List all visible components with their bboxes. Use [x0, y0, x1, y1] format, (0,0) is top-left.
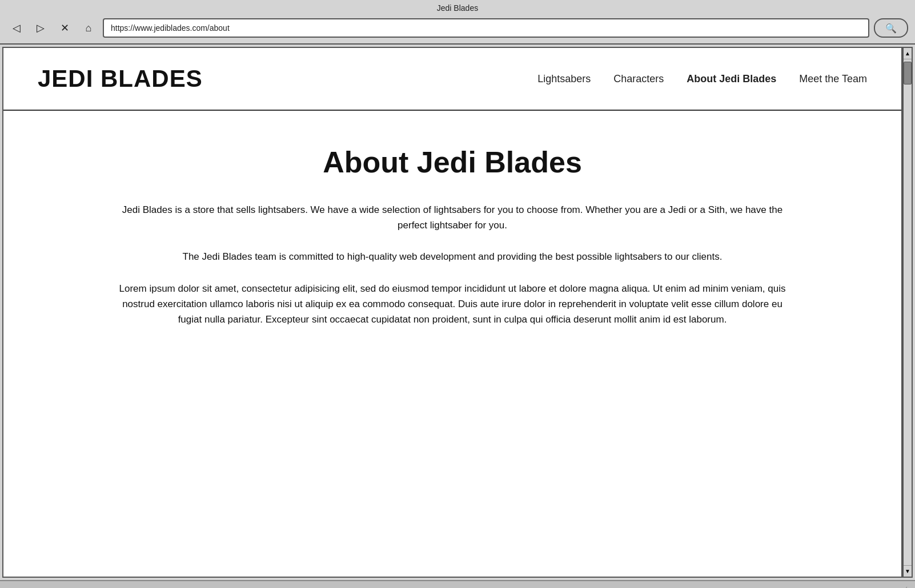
site-logo: JEDI BLADES [38, 65, 203, 92]
search-icon: 🔍 [885, 23, 897, 34]
status-bar: ⟋ [0, 580, 915, 588]
browser-chrome: Jedi Blades ◁ ▷ ✕ ⌂ 🔍 [0, 0, 915, 45]
scrollbar-down-arrow[interactable]: ▼ [904, 565, 912, 577]
scrollbar-up-arrow[interactable]: ▲ [904, 48, 912, 59]
nav-about[interactable]: About Jedi Blades [687, 73, 776, 85]
paragraph-2: The Jedi Blades team is committed to hig… [118, 249, 787, 264]
browser-content: JEDI BLADES Lightsabers Characters About… [0, 45, 915, 580]
back-button[interactable]: ◁ [7, 18, 26, 38]
site-nav: Lightsabers Characters About Jedi Blades… [537, 73, 867, 85]
page-wrapper: JEDI BLADES Lightsabers Characters About… [2, 47, 902, 578]
browser-toolbar: ◁ ▷ ✕ ⌂ 🔍 [0, 15, 915, 43]
site-header: JEDI BLADES Lightsabers Characters About… [3, 48, 901, 111]
page-content: About Jedi Blades Jedi Blades is a store… [3, 111, 901, 377]
browser-title: Jedi Blades [0, 0, 915, 15]
paragraph-3: Lorem ipsum dolor sit amet, consectetur … [118, 281, 787, 328]
page-title: About Jedi Blades [118, 145, 787, 179]
close-button[interactable]: ✕ [55, 18, 74, 38]
nav-characters[interactable]: Characters [613, 73, 664, 85]
scrollbar: ▲ ▼ [902, 47, 913, 578]
scrollbar-thumb[interactable] [904, 62, 912, 84]
resize-handle-icon: ⟋ [901, 584, 909, 588]
address-bar[interactable] [103, 18, 869, 38]
search-button[interactable]: 🔍 [874, 18, 908, 38]
nav-lightsabers[interactable]: Lightsabers [537, 73, 591, 85]
paragraph-1: Jedi Blades is a store that sells lights… [118, 202, 787, 233]
nav-meet-the-team[interactable]: Meet the Team [799, 73, 867, 85]
home-button[interactable]: ⌂ [79, 18, 98, 38]
forward-button[interactable]: ▷ [31, 18, 50, 38]
